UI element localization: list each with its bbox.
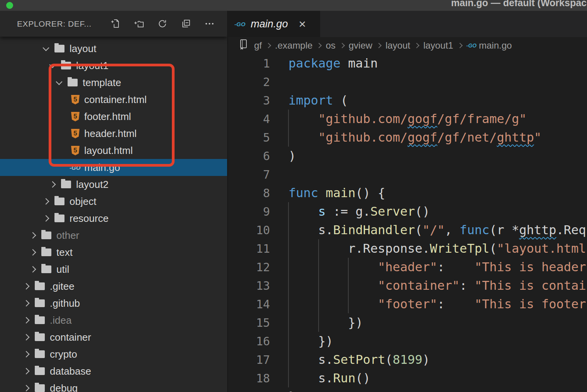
tree-row-database[interactable]: database: [0, 363, 227, 380]
code-token: func: [460, 223, 489, 237]
tree-row-resource[interactable]: resource: [0, 210, 227, 227]
code-token: :: [437, 260, 474, 274]
folder-icon: [35, 384, 45, 392]
code-token: ,: [445, 223, 460, 237]
chevron-right-icon[interactable]: [24, 318, 35, 323]
tree-row-debug[interactable]: debug: [0, 380, 227, 392]
indent-guide: [288, 110, 289, 147]
tree-row-.github[interactable]: .github: [0, 295, 227, 312]
tree-row-object[interactable]: object: [0, 193, 227, 210]
breadcrumb-item-file[interactable]: main.go: [479, 40, 512, 51]
folder-icon: [35, 350, 45, 358]
line-number: 6: [228, 149, 270, 163]
code-token: (r *: [489, 223, 519, 237]
breadcrumb-item-.example[interactable]: .example: [275, 40, 312, 51]
collapse-folders-icon[interactable]: [181, 19, 191, 29]
code-line-16: 16 }): [228, 332, 587, 350]
tree-row-text[interactable]: text: [0, 244, 227, 261]
chevron-right-icon[interactable]: [24, 301, 35, 306]
chevron-right-icon[interactable]: [24, 386, 35, 390]
tree-row-layout[interactable]: layout: [0, 40, 227, 57]
code-line-9: 9 s := g.Server(): [228, 202, 587, 221]
code-token: }): [288, 334, 333, 348]
breadcrumb-item-layout[interactable]: layout: [385, 40, 410, 51]
chevron-right-icon[interactable]: [24, 369, 35, 373]
code-token: main: [341, 56, 378, 71]
tree-item-label: util: [56, 264, 69, 275]
tree-item-label: layout2: [76, 179, 109, 191]
tree-item-label: container: [50, 331, 91, 343]
folder-icon: [35, 367, 45, 375]
traffic-light-green[interactable]: [6, 2, 13, 9]
folder-icon: [54, 45, 64, 52]
code-token: [288, 278, 378, 293]
code-token: [288, 204, 318, 219]
code-token: main: [326, 186, 355, 200]
code-token: := g.: [326, 204, 370, 219]
chevron-right-icon[interactable]: [24, 335, 35, 340]
chevron-right-icon[interactable]: [50, 182, 61, 187]
tab-main-go[interactable]: -GO main.go ×: [228, 11, 320, 37]
code-line-4: 4 "github.com/gogf/gf/frame/g": [228, 110, 587, 128]
chevron-right-icon: [316, 43, 322, 48]
go-icon: -GO: [234, 21, 245, 27]
code-token: s: [318, 204, 326, 219]
code-line-17: 17 s.SetPort(8199): [228, 350, 587, 369]
new-file-icon[interactable]: [110, 19, 120, 29]
tree-row-container[interactable]: container: [0, 329, 227, 346]
breadcrumb-item-gf[interactable]: gf: [254, 40, 262, 51]
chevron-right-icon[interactable]: [24, 284, 35, 289]
explorer-sidebar: layoutlayout1template5container.html5foo…: [0, 11, 227, 392]
code-token: Run: [333, 371, 356, 385]
tree-row-util[interactable]: util: [0, 261, 227, 278]
folder-icon: [61, 181, 71, 188]
go-icon: -GO: [467, 42, 477, 49]
tree-item-label: crypto: [50, 348, 77, 360]
annotation-rectangle: [49, 64, 175, 167]
folder-icon: [41, 248, 51, 256]
code-editor[interactable]: 1package main23import (4 "github.com/gog…: [228, 54, 587, 392]
more-actions-icon[interactable]: [204, 19, 215, 29]
code-token: [288, 297, 378, 311]
squiggle-token: ghttp: [519, 223, 556, 237]
chevron-right-icon[interactable]: [31, 250, 41, 255]
code-token: (): [415, 204, 430, 219]
code-token: [288, 112, 318, 126]
chevron-right-icon[interactable]: [24, 352, 35, 357]
chevron-right-icon[interactable]: [44, 199, 54, 204]
code-token: ): [288, 149, 296, 163]
code-token: ): [422, 352, 430, 367]
chevron-right-icon[interactable]: [31, 233, 41, 238]
new-folder-icon[interactable]: [134, 19, 144, 29]
sidebar-editor-divider[interactable]: [227, 11, 228, 392]
tab-label: main.go: [251, 18, 288, 30]
breadcrumb-item-os[interactable]: os: [326, 40, 335, 51]
code-token: SetPort: [333, 352, 385, 367]
line-number: 8: [228, 186, 270, 200]
line-number: 12: [228, 260, 270, 274]
breadcrumb-item-gview[interactable]: gview: [349, 40, 372, 51]
chevron-right-icon: [266, 43, 271, 48]
chevron-right-icon[interactable]: [31, 267, 41, 272]
vscode-window: main.go — default (Workspace layoutlayou…: [0, 0, 587, 392]
editor-group: -GO main.go × gf.exampleosgviewlayoutlay…: [228, 11, 587, 392]
code-token: (: [489, 241, 497, 256]
line-number: 4: [228, 112, 270, 126]
tree-row-crypto[interactable]: crypto: [0, 346, 227, 363]
chevron-right-icon: [339, 43, 345, 48]
chevron-down-icon[interactable]: [44, 47, 54, 50]
tree-row-.idea[interactable]: .idea: [0, 312, 227, 329]
breadcrumb-item-layout1[interactable]: layout1: [423, 40, 453, 51]
tree-row-layout2[interactable]: layout2: [0, 176, 227, 193]
close-icon[interactable]: ×: [299, 18, 306, 30]
code-line-14: 14 "footer": "This is footer",: [228, 295, 587, 313]
folder-icon: [35, 299, 45, 307]
code-token: [288, 260, 378, 274]
chevron-right-icon[interactable]: [44, 216, 54, 221]
line-number: 18: [228, 372, 270, 385]
tree-row-.gitee[interactable]: .gitee: [0, 278, 227, 295]
chevron-right-icon: [457, 43, 462, 48]
refresh-icon[interactable]: [157, 19, 168, 29]
tree-row-other[interactable]: other: [0, 227, 227, 244]
breadcrumbs: gf.exampleosgviewlayoutlayout1-GOmain.go: [228, 37, 587, 54]
